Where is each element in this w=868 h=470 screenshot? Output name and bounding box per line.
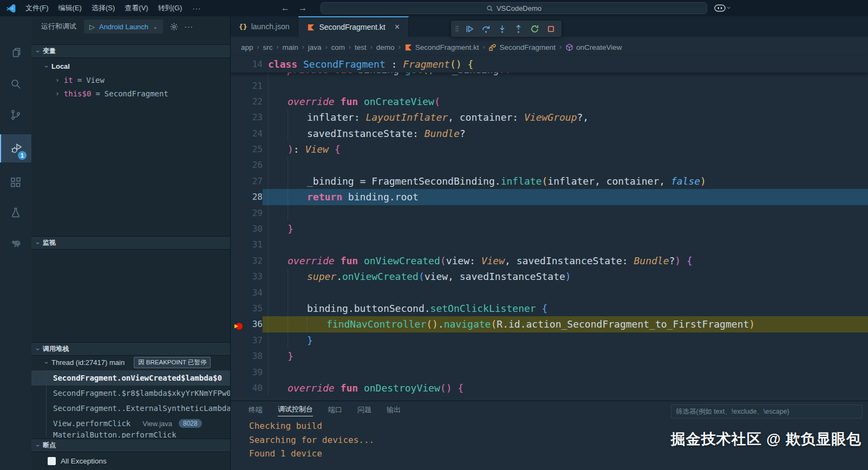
chevron-right-icon: › [55, 76, 60, 84]
copilot-button[interactable]: › [714, 3, 730, 12]
variable-row[interactable]: ›this$0=SecondFragment [31, 87, 230, 100]
panel-tab-终端[interactable]: 终端 [249, 405, 263, 416]
code-line-32: 32override fun onViewCreated(view: View,… [230, 253, 868, 269]
line-content: super.onViewCreated(view, savedInstanceS… [263, 269, 868, 284]
debug-step-into-button[interactable] [495, 22, 509, 36]
breadcrumb-label: com [331, 43, 345, 51]
indent-guide [268, 205, 269, 221]
frame-label: SecondFragment..ExternalSyntheticLambda0 [53, 404, 230, 413]
debug-console-output: Checking buildSearching for devices...Fo… [249, 419, 374, 461]
breadcrumb-label: java [308, 43, 322, 51]
extensions-icon[interactable] [0, 169, 31, 195]
output-line: Found 1 device [249, 447, 374, 461]
checkbox-unchecked[interactable] [48, 457, 56, 465]
breadcrumb-item-main[interactable]: main [283, 43, 298, 51]
launch-config-select[interactable]: ▷ Android Launch ⌄ [84, 19, 163, 34]
debug-sidebar: 运行和调试 ▷ Android Launch ⌄ ··· › 变量 › Loca… [31, 16, 231, 470]
start-debug-icon[interactable]: ▷ [89, 23, 95, 31]
breadcrumb-item-java[interactable]: java [308, 43, 322, 51]
panel-tab-端口[interactable]: 端口 [328, 405, 342, 416]
tab-secondfragment-kt[interactable]: SecondFragment.kt× [298, 16, 409, 37]
breakpoints-section-header[interactable]: › 断点 [31, 439, 230, 452]
breadcrumb-item-demo[interactable]: demo [376, 43, 395, 51]
indent-guide [288, 189, 288, 205]
test-beaker-icon[interactable] [0, 200, 31, 226]
breadcrumb-item-test[interactable]: test [355, 43, 367, 51]
tab-launch-json[interactable]: {}launch.json [230, 16, 298, 37]
line-number: 26 [230, 157, 263, 173]
indent-guide [268, 380, 269, 396]
debug-stop-button[interactable] [544, 22, 558, 36]
breadcrumb-item-secondfragment-kt[interactable]: SecondFragment.kt [404, 43, 479, 51]
variable-row[interactable]: ›it=View [31, 73, 230, 87]
history-back-button[interactable]: ← [281, 3, 290, 13]
gradle-icon[interactable] [0, 230, 31, 256]
search-sidebar-icon[interactable] [0, 71, 31, 97]
line-content: } [263, 221, 868, 237]
run-debug-icon[interactable]: 1 [0, 134, 31, 162]
line-number: 34 [230, 285, 263, 301]
sidebar-more-button[interactable]: ··· [184, 22, 193, 31]
indent-guide [268, 237, 269, 252]
breadcrumb-item-oncreateview[interactable]: onCreateView [565, 43, 622, 51]
line-number: 25 [230, 141, 263, 157]
sidebar-title: 运行和调试 [41, 22, 76, 31]
debug-step-out-button[interactable] [512, 22, 525, 36]
stack-frame[interactable]: SecondFragment..ExternalSyntheticLambda0 [31, 401, 230, 416]
debug-continue-button[interactable] [463, 22, 477, 36]
panel-tab-调试控制台[interactable]: 调试控制台 [278, 404, 313, 416]
breadcrumb-item-secondfragment[interactable]: SecondFragment [488, 43, 556, 51]
menu-item-2[interactable]: 选择(S) [87, 0, 120, 16]
code-line-14: 14class SecondFragment : Fragment() { [230, 56, 868, 72]
drag-grip-icon[interactable] [455, 24, 459, 33]
history-forward-button[interactable]: → [298, 3, 307, 13]
chevron-right-icon: › [349, 43, 351, 51]
callstack-section-header[interactable]: › 调用堆栈 [31, 342, 230, 356]
thread-row[interactable]: › Thread (id:27417) main 因 BREAKPOINT 已暂… [31, 355, 230, 370]
indent-guide [288, 157, 288, 173]
stack-frame[interactable]: MaterialButton.performClick [31, 431, 230, 438]
callstack-title: 调用堆栈 [43, 344, 69, 354]
line-number: 32 [230, 253, 263, 269]
menu-item-0[interactable]: 文件(F) [21, 0, 54, 16]
debug-toolbar [451, 21, 562, 37]
chevron-down-icon: › [34, 242, 42, 244]
debug-restart-button[interactable] [528, 22, 541, 36]
explorer-icon[interactable] [0, 40, 31, 66]
breadcrumb-label: onCreateView [576, 43, 622, 51]
watch-section-header[interactable]: › 监视 [31, 236, 230, 250]
panel-tab-问题[interactable]: 问题 [357, 405, 371, 416]
breadcrumb-item-src[interactable]: src [263, 43, 273, 51]
gear-icon[interactable] [169, 22, 179, 31]
line-number: 14 [230, 56, 263, 72]
code-line-39: 39 [230, 364, 868, 380]
menu-item-4[interactable]: 转到(G) [153, 0, 187, 16]
variables-section-header[interactable]: › 变量 [31, 44, 230, 58]
chevron-down-icon: ⌄ [153, 23, 158, 30]
panel-tab-输出[interactable]: 输出 [387, 405, 401, 416]
variable-value: View [86, 76, 105, 84]
tab-label: launch.json [251, 22, 290, 31]
indent-guide [268, 173, 269, 189]
breakpoints-title: 断点 [43, 441, 56, 450]
line-content: } [263, 348, 868, 364]
variables-scope-local[interactable]: › Local [31, 60, 230, 73]
close-icon[interactable]: × [395, 22, 400, 32]
debug-badge: 1 [18, 151, 27, 160]
debug-step-over-button[interactable] [479, 22, 493, 36]
menu-more-button[interactable]: ··· [187, 4, 206, 12]
thread-label: Thread (id:27417) main [51, 358, 125, 367]
console-filter-input[interactable] [671, 404, 863, 419]
breakpoint-all-exceptions[interactable]: All Exceptions [31, 453, 230, 469]
stack-frame[interactable]: SecondFragment.$r8$lambda$xkyYrKNmYFPw0 [31, 386, 230, 401]
stack-frame[interactable]: View.performClickView.java8028 [31, 416, 230, 431]
source-control-icon[interactable] [0, 102, 31, 128]
menu-item-1[interactable]: 编辑(E) [54, 0, 87, 16]
stack-frame[interactable]: SecondFragment.onViewCreated$lambda$0 [31, 370, 230, 386]
indent-guide [288, 126, 288, 141]
command-center-search[interactable]: VSCodeDemo [321, 2, 707, 14]
launch-config-label: Android Launch [99, 23, 148, 31]
breadcrumb-item-com[interactable]: com [331, 43, 345, 51]
menu-item-3[interactable]: 查看(V) [120, 0, 153, 16]
breadcrumb-item-app[interactable]: app [241, 43, 253, 51]
